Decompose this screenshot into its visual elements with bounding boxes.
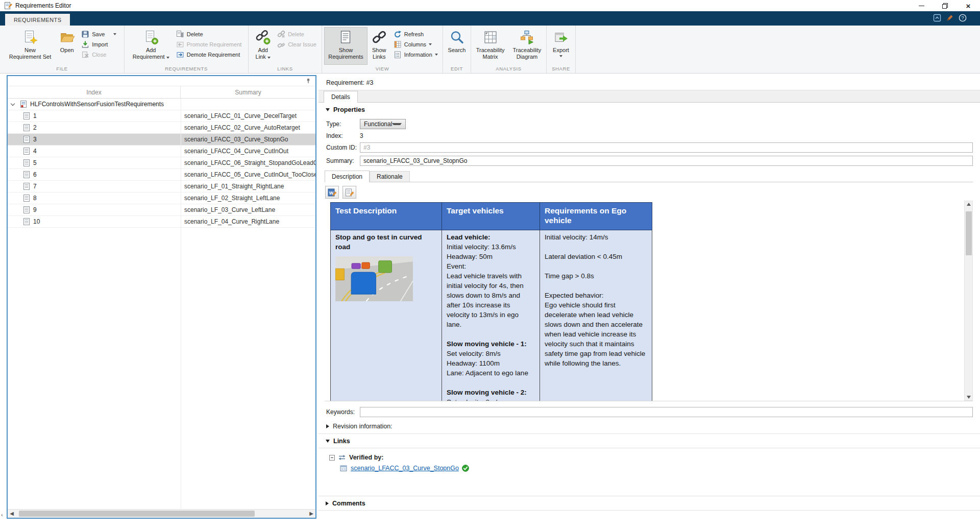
tree-root-row[interactable]: HLFControlsWithSensorFusionTestRequireme…: [8, 99, 315, 110]
toolstrip-tab-bar: REQUIREMENTS: [0, 11, 980, 26]
collapse-triangle-icon: [326, 440, 330, 443]
row-summary: scenario_LFACC_05_Curve_CutInOut_TooClos…: [181, 171, 315, 178]
table-row[interactable]: 6 scenario_LFACC_05_Curve_CutInOut_TooCl…: [8, 169, 315, 181]
new-requirement-set-button[interactable]: New Requirement Set: [5, 27, 56, 65]
button-label: Diagram: [517, 54, 538, 60]
scrollbar-thumb[interactable]: [19, 511, 255, 517]
browser-column-header: Index Summary: [8, 86, 315, 99]
links-section-header[interactable]: Links: [318, 433, 980, 448]
add-link-button[interactable]: Add Link: [251, 27, 275, 65]
traceability-diagram-button[interactable]: Traceability Diagram: [509, 27, 546, 65]
scrollbar-thumb[interactable]: [966, 211, 972, 255]
properties-section-header[interactable]: Properties: [318, 103, 980, 116]
verified-check-icon: [462, 465, 469, 472]
export-button[interactable]: Export: [549, 27, 573, 65]
close-button[interactable]: ×: [957, 0, 980, 11]
chevron-down-icon[interactable]: [10, 102, 16, 107]
search-button[interactable]: Search: [444, 27, 470, 65]
columns-button[interactable]: Columns: [391, 39, 440, 50]
keywords-input[interactable]: [360, 407, 973, 417]
table-row[interactable]: 5 scenario_LFACC_06_Straight_StopandGoLe…: [8, 157, 315, 169]
save-button[interactable]: Save: [79, 29, 119, 39]
section-label-links: LINKS: [249, 65, 322, 73]
restore-button[interactable]: [933, 0, 957, 11]
show-requirements-button[interactable]: Show Requirements: [324, 27, 367, 65]
section-label-analysis: ANALYSIS: [471, 65, 546, 73]
verified-by-link[interactable]: scenario_LFACC_03_Curve_StopnGo: [351, 465, 459, 472]
scenario-preview-image: [335, 256, 413, 301]
edit-in-word-button[interactable]: [325, 186, 339, 199]
tab-rationale[interactable]: Rationale: [370, 171, 410, 182]
delete-requirement-icon: [176, 30, 184, 38]
show-links-button[interactable]: Show Links: [368, 27, 391, 65]
table-row[interactable]: 1 scenario_LFACC_01_Curve_DecelTarget: [8, 110, 315, 122]
tab-requirements[interactable]: REQUIREMENTS: [5, 14, 70, 26]
promote-requirement-button: Promote Requirement: [174, 39, 244, 50]
type-dropdown[interactable]: Functional: [360, 119, 406, 129]
comments-section-header[interactable]: Comments: [318, 496, 980, 511]
collapse-toolstrip-icon[interactable]: [933, 14, 941, 22]
requirement-set-icon: [19, 100, 28, 108]
import-button[interactable]: Import: [79, 39, 119, 50]
dropdown-arrow-icon: [429, 43, 432, 45]
vertical-scrollbar[interactable]: [964, 201, 973, 401]
app-icon: [4, 2, 12, 10]
column-header-index[interactable]: Index: [8, 86, 181, 98]
row-summary: scenario_LFACC_01_Curve_DecelTarget: [181, 112, 315, 119]
table-row[interactable]: 9 scenario_LF_03_Curve_LeftLane: [8, 204, 315, 216]
table-row-selected[interactable]: 3 scenario_LFACC_03_Curve_StopnGo: [8, 134, 315, 146]
tab-details[interactable]: Details: [324, 91, 358, 103]
link-type-icon: [338, 453, 346, 462]
outer-scroll-left-arrow[interactable]: ‹: [1, 512, 3, 518]
close-file-button: Close: [79, 50, 119, 60]
minimize-button[interactable]: [910, 0, 933, 11]
show-links-icon: [372, 30, 387, 45]
table-row[interactable]: 10 scenario_LF_04_Curve_RightLane: [8, 216, 315, 228]
column-header-summary[interactable]: Summary: [181, 86, 315, 98]
button-label: Add: [258, 47, 268, 54]
table-row[interactable]: 2 scenario_LFACC_02_Curve_AutoRetarget: [8, 122, 315, 134]
ribbon: New Requirement Set Open Save Import: [0, 26, 980, 74]
scroll-right-arrow[interactable]: ▶: [307, 510, 315, 518]
button-label: Columns: [404, 41, 426, 47]
requirement-header: Requirement: #3: [318, 75, 980, 90]
scroll-down-arrow[interactable]: [967, 396, 971, 399]
table-row[interactable]: 8 scenario_LF_02_Straight_LeftLane: [8, 192, 315, 204]
summary-input[interactable]: [360, 156, 973, 166]
information-icon: [394, 51, 402, 59]
horizontal-scrollbar[interactable]: ◀ ▶: [8, 509, 315, 518]
requirement-icon: [22, 112, 31, 120]
custom-id-input[interactable]: [360, 142, 973, 153]
button-label: Information: [404, 52, 432, 58]
demote-requirement-button[interactable]: Demote Requirement: [174, 50, 244, 60]
button-label: Save: [92, 31, 105, 37]
row-summary: scenario_LFACC_04_Curve_CutInOut: [181, 148, 315, 155]
add-requirement-icon: [143, 30, 159, 45]
add-requirement-button[interactable]: Add Requirement: [129, 27, 174, 65]
revision-information-header[interactable]: Revision information:: [326, 423, 980, 430]
requirement-icon: [22, 182, 31, 190]
traceability-matrix-button[interactable]: Traceability Matrix: [472, 27, 509, 65]
demote-requirement-icon: [176, 51, 184, 59]
details-tab-strip: Details: [318, 90, 980, 103]
pin-icon[interactable]: [306, 78, 312, 84]
table-header-target-vehicles: Target vehicles: [442, 203, 540, 230]
edit-text-button[interactable]: [342, 186, 356, 199]
pencil-icon[interactable]: [946, 14, 954, 22]
open-button[interactable]: Open: [55, 27, 79, 65]
button-label: Close: [92, 52, 106, 58]
button-label: Matrix: [483, 54, 498, 60]
button-label: Show: [339, 47, 353, 54]
collapse-box-icon[interactable]: [329, 455, 335, 461]
section-label-share: SHARE: [547, 65, 575, 73]
delete-requirement-button[interactable]: Delete: [174, 29, 244, 39]
tab-description[interactable]: Description: [325, 171, 370, 182]
scroll-up-arrow[interactable]: [967, 203, 971, 206]
links-section-body: Verified by: scenario_LFACC_03_Curve_Sto…: [318, 453, 980, 496]
refresh-button[interactable]: Refresh: [391, 29, 440, 39]
table-row[interactable]: 4 scenario_LFACC_04_Curve_CutInOut: [8, 146, 315, 157]
help-icon[interactable]: [959, 14, 967, 22]
scroll-left-arrow[interactable]: ◀: [8, 510, 16, 518]
information-button[interactable]: Information: [391, 50, 440, 60]
table-row[interactable]: 7 scenario_LF_01_Straight_RightLane: [8, 181, 315, 192]
